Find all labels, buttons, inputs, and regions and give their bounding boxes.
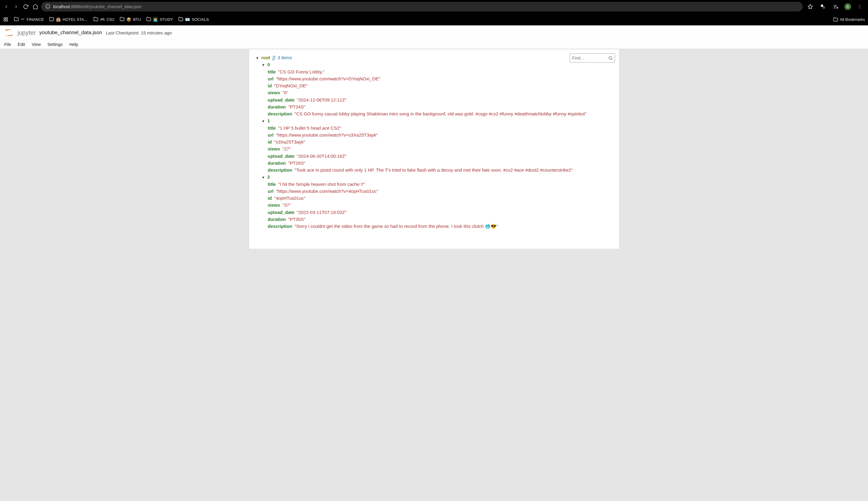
json-prop-key[interactable]: upload_date [268,96,295,103]
svg-point-17 [6,30,12,32]
json-prop-key[interactable]: id [268,82,272,89]
forward-button[interactable] [12,3,20,11]
svg-rect-5 [823,6,825,9]
json-prop-key[interactable]: views [268,89,280,96]
json-prop-key[interactable]: description [268,110,292,117]
json-prop-value[interactable]: "4opHTus01uc" [274,195,305,202]
json-prop-value[interactable]: "https://www.youtube.com/watch?v=s3Xa25T… [276,131,378,138]
profile-avatar[interactable]: A [844,3,851,10]
file-name[interactable]: youtube_channel_data.json [39,30,102,36]
json-root-key[interactable]: root [261,54,270,61]
svg-point-22 [608,56,611,59]
json-index-key[interactable]: 1 [267,117,270,124]
json-prop-key[interactable]: upload_date [268,152,295,160]
bookmark-folder[interactable]: 📦BTU [120,17,141,22]
bookmark-folder[interactable]: 📧SOCIALS [178,17,209,22]
reload-button[interactable] [22,3,30,11]
json-prop-key[interactable]: description [268,167,292,173]
json-prop-key[interactable]: duration [268,160,286,167]
svg-point-12 [859,8,860,9]
bookmark-folder[interactable]: FINANCE [14,17,44,22]
json-prop-value[interactable]: "DYoqNOxi_OE" [274,82,307,89]
json-prop-key[interactable]: title [268,125,276,131]
find-box[interactable] [570,53,615,63]
json-prop-value[interactable]: "2024-06-20T14:00:16Z" [297,152,347,160]
collapse-caret-icon[interactable]: ▼ [262,175,265,180]
search-icon[interactable] [606,54,615,62]
json-prop-value[interactable]: "27" [282,145,290,152]
json-prop-value[interactable]: "PT24S" [288,103,306,110]
translate-icon[interactable] [819,3,827,11]
menu-view[interactable]: View [32,42,41,47]
menu-settings[interactable]: Settings [47,42,63,47]
json-prop-key[interactable]: description [268,223,292,230]
json-prop-key[interactable]: title [268,181,276,188]
all-bookmarks-button[interactable]: All Bookmarks [833,17,865,22]
json-prop-value[interactable]: "I hit the Simple heaven shot from cache… [278,181,365,188]
bookmark-inner-icon: 🏨 [56,17,61,22]
bookmark-label: FINANCE [27,17,44,22]
kebab-menu-icon[interactable] [856,3,864,11]
svg-rect-14 [6,18,8,19]
apps-icon[interactable] [3,17,9,22]
bookmark-label: CS2 [107,17,114,22]
json-prop-value[interactable]: "Sorry i couldnt get the video from the … [295,223,498,230]
json-prop-value[interactable]: "2024-12-06T09:12:11Z" [297,96,347,103]
back-button[interactable] [2,3,10,11]
bookmark-inner-icon: 🎮 [100,17,105,22]
json-prop-key[interactable]: id [268,195,272,202]
json-index-key[interactable]: 0 [267,61,270,68]
bookmark-folder[interactable]: 🏨HOTEL STA… [49,17,88,22]
svg-point-19 [6,29,7,30]
json-prop-key[interactable]: upload_date [268,209,295,216]
json-prop-value[interactable]: "PT26S" [288,160,306,167]
json-prop-value[interactable]: "PT35S" [288,216,306,223]
json-prop-value[interactable]: "CS GO Funny Lobby," [278,68,325,75]
json-index-key[interactable]: 2 [267,173,270,180]
json-prop-value[interactable]: "1 HP 5 bullet 5 head ace CS2" [278,125,341,131]
address-bar[interactable]: localhost:8888/edit/youtube_channel_data… [41,2,803,11]
menu-help[interactable]: Help [69,42,78,47]
json-editor-panel: ▼root[]3 items▼0title"CS GO Funny Lobby,… [249,49,619,249]
svg-point-18 [6,33,12,36]
svg-rect-13 [4,18,6,19]
menu-edit[interactable]: Edit [18,42,25,47]
json-prop-key[interactable]: url [268,188,274,195]
bookmark-inner-icon [21,17,25,22]
json-prop-value[interactable]: "2022-03-11T07:19:03Z" [297,209,347,216]
jupyter-logo-icon[interactable] [4,28,14,38]
home-button[interactable] [31,3,39,11]
bookmark-folder[interactable]: 🎮CS2 [93,17,114,22]
json-prop-key[interactable]: id [268,138,272,145]
svg-point-10 [859,5,860,6]
json-prop-key[interactable]: views [268,202,280,209]
json-tree: ▼root[]3 items▼0title"CS GO Funny Lobby,… [254,54,614,230]
site-info-icon[interactable] [45,4,50,10]
bookmark-folder[interactable]: 👨‍💻STUDY [146,17,173,22]
json-prop-value[interactable]: "CS GO funny casual lobby playing Shakti… [295,110,586,117]
json-prop-key[interactable]: title [268,68,276,75]
playlist-icon[interactable] [832,3,839,11]
collapse-caret-icon[interactable]: ▼ [262,63,265,68]
json-prop-value[interactable]: "https://www.youtube.com/watch?v=DYoqNOx… [276,75,380,82]
collapse-caret-icon[interactable]: ▼ [256,56,259,61]
json-prop-value[interactable]: "s3Xa25T3ayk" [274,138,305,145]
json-prop-key[interactable]: views [268,145,280,152]
menu-file[interactable]: File [4,42,11,47]
json-prop-value[interactable]: "Took ace in pistol round with only 1 HP… [295,167,573,173]
find-input[interactable] [570,54,606,62]
svg-rect-15 [4,20,6,21]
json-prop-key[interactable]: url [268,75,274,82]
bookmark-inner-icon: 📦 [126,17,131,22]
bookmark-label: BTU [133,17,141,22]
json-prop-key[interactable]: duration [268,103,286,110]
collapse-caret-icon[interactable]: ▼ [262,119,265,124]
folder-icon [833,17,838,22]
json-prop-value[interactable]: "https://www.youtube.com/watch?v=4opHTus… [276,188,378,195]
json-prop-key[interactable]: duration [268,216,286,223]
json-prop-key[interactable]: url [268,131,274,138]
bookmark-star-icon[interactable] [806,3,814,11]
json-prop-value[interactable]: "0" [282,89,288,96]
json-prop-value[interactable]: "37" [282,202,290,209]
svg-point-21 [6,35,7,36]
